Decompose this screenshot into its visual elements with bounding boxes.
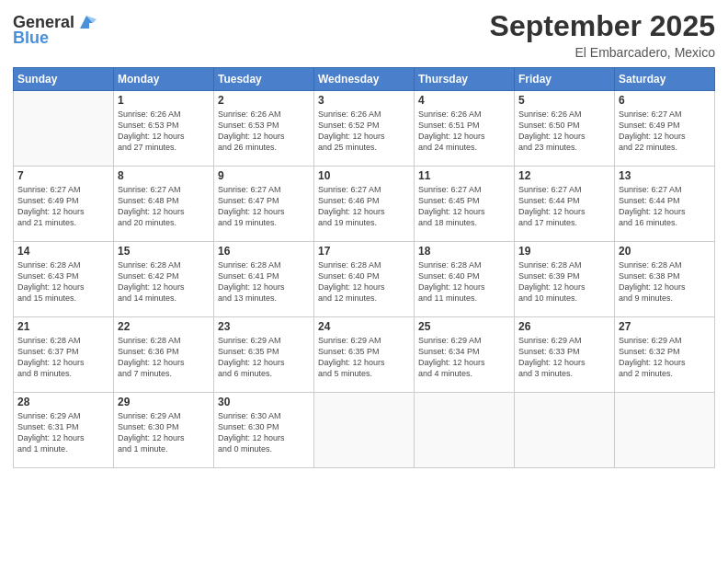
calendar-cell — [14, 91, 114, 167]
day-number: 18 — [418, 245, 510, 258]
calendar-cell: 30Sunrise: 6:30 AM Sunset: 6:30 PM Dayli… — [214, 393, 314, 468]
calendar-cell: 24Sunrise: 6:29 AM Sunset: 6:35 PM Dayli… — [314, 317, 415, 393]
calendar-cell: 12Sunrise: 6:27 AM Sunset: 6:44 PM Dayli… — [515, 167, 615, 242]
calendar-cell — [314, 393, 415, 468]
day-info: Sunrise: 6:28 AM Sunset: 6:40 PM Dayligh… — [318, 259, 410, 304]
calendar-week-row: 21Sunrise: 6:28 AM Sunset: 6:37 PM Dayli… — [14, 317, 715, 393]
calendar-cell: 27Sunrise: 6:29 AM Sunset: 6:32 PM Dayli… — [615, 317, 715, 393]
day-number: 6 — [619, 94, 711, 107]
day-info: Sunrise: 6:29 AM Sunset: 6:33 PM Dayligh… — [518, 335, 610, 380]
day-info: Sunrise: 6:28 AM Sunset: 6:42 PM Dayligh… — [118, 259, 210, 304]
day-number: 10 — [318, 169, 410, 182]
day-number: 4 — [418, 94, 510, 107]
day-number: 20 — [619, 245, 711, 258]
day-number: 28 — [17, 396, 109, 408]
calendar-cell: 25Sunrise: 6:29 AM Sunset: 6:34 PM Dayli… — [415, 317, 515, 393]
day-info: Sunrise: 6:27 AM Sunset: 6:48 PM Dayligh… — [118, 184, 210, 229]
day-number: 8 — [118, 169, 210, 182]
day-info: Sunrise: 6:30 AM Sunset: 6:30 PM Dayligh… — [218, 410, 310, 455]
calendar-cell: 17Sunrise: 6:28 AM Sunset: 6:40 PM Dayli… — [314, 242, 415, 317]
day-info: Sunrise: 6:29 AM Sunset: 6:35 PM Dayligh… — [218, 335, 310, 380]
logo-blue-text: Blue — [13, 29, 49, 48]
day-number: 24 — [318, 320, 410, 333]
calendar-cell: 6Sunrise: 6:27 AM Sunset: 6:49 PM Daylig… — [615, 91, 715, 167]
header: General Blue September 2025 El Embarcade… — [13, 9, 715, 60]
calendar-week-row: 7Sunrise: 6:27 AM Sunset: 6:49 PM Daylig… — [14, 167, 715, 242]
calendar-table: Sunday Monday Tuesday Wednesday Thursday… — [13, 67, 715, 468]
day-info: Sunrise: 6:26 AM Sunset: 6:51 PM Dayligh… — [418, 109, 510, 154]
day-number: 14 — [17, 245, 109, 258]
calendar-cell: 10Sunrise: 6:27 AM Sunset: 6:46 PM Dayli… — [314, 167, 415, 242]
day-info: Sunrise: 6:29 AM Sunset: 6:32 PM Dayligh… — [619, 335, 711, 380]
day-number: 27 — [619, 320, 711, 333]
day-info: Sunrise: 6:26 AM Sunset: 6:53 PM Dayligh… — [218, 109, 310, 154]
calendar-cell: 11Sunrise: 6:27 AM Sunset: 6:45 PM Dayli… — [415, 167, 515, 242]
logo: General Blue — [13, 13, 97, 48]
day-info: Sunrise: 6:29 AM Sunset: 6:34 PM Dayligh… — [418, 335, 510, 380]
calendar-cell: 19Sunrise: 6:28 AM Sunset: 6:39 PM Dayli… — [515, 242, 615, 317]
page: General Blue September 2025 El Embarcade… — [0, 0, 728, 563]
calendar-cell: 1Sunrise: 6:26 AM Sunset: 6:53 PM Daylig… — [114, 91, 214, 167]
day-number: 19 — [518, 245, 610, 258]
day-number: 7 — [17, 169, 109, 182]
logo-icon — [76, 12, 97, 32]
header-friday: Friday — [515, 68, 615, 91]
day-number: 13 — [619, 169, 711, 182]
day-info: Sunrise: 6:27 AM Sunset: 6:45 PM Dayligh… — [418, 184, 510, 229]
day-info: Sunrise: 6:27 AM Sunset: 6:46 PM Dayligh… — [318, 184, 410, 229]
day-number: 25 — [418, 320, 510, 333]
day-info: Sunrise: 6:29 AM Sunset: 6:30 PM Dayligh… — [118, 410, 210, 455]
header-saturday: Saturday — [615, 68, 715, 91]
day-number: 3 — [318, 94, 410, 107]
day-info: Sunrise: 6:28 AM Sunset: 6:41 PM Dayligh… — [218, 259, 310, 304]
calendar-cell: 14Sunrise: 6:28 AM Sunset: 6:43 PM Dayli… — [14, 242, 114, 317]
calendar-cell: 15Sunrise: 6:28 AM Sunset: 6:42 PM Dayli… — [114, 242, 214, 317]
location-subtitle: El Embarcadero, Mexico — [490, 45, 715, 60]
day-number: 26 — [518, 320, 610, 333]
day-info: Sunrise: 6:28 AM Sunset: 6:37 PM Dayligh… — [17, 335, 109, 380]
calendar-cell: 13Sunrise: 6:27 AM Sunset: 6:44 PM Dayli… — [615, 167, 715, 242]
day-number: 12 — [518, 169, 610, 182]
calendar-week-row: 14Sunrise: 6:28 AM Sunset: 6:43 PM Dayli… — [14, 242, 715, 317]
day-number: 29 — [118, 396, 210, 408]
header-monday: Monday — [114, 68, 214, 91]
day-info: Sunrise: 6:27 AM Sunset: 6:49 PM Dayligh… — [17, 184, 109, 229]
title-block: September 2025 El Embarcadero, Mexico — [490, 9, 715, 60]
calendar-cell: 18Sunrise: 6:28 AM Sunset: 6:40 PM Dayli… — [415, 242, 515, 317]
calendar-cell — [615, 393, 715, 468]
calendar-cell: 21Sunrise: 6:28 AM Sunset: 6:37 PM Dayli… — [14, 317, 114, 393]
day-number: 21 — [17, 320, 109, 333]
calendar-cell — [515, 393, 615, 468]
day-info: Sunrise: 6:26 AM Sunset: 6:50 PM Dayligh… — [518, 109, 610, 154]
day-info: Sunrise: 6:27 AM Sunset: 6:44 PM Dayligh… — [619, 184, 711, 229]
day-info: Sunrise: 6:27 AM Sunset: 6:44 PM Dayligh… — [518, 184, 610, 229]
day-info: Sunrise: 6:27 AM Sunset: 6:49 PM Dayligh… — [619, 109, 711, 154]
day-info: Sunrise: 6:26 AM Sunset: 6:53 PM Dayligh… — [118, 109, 210, 154]
day-number: 5 — [518, 94, 610, 107]
day-number: 15 — [118, 245, 210, 258]
calendar-cell: 8Sunrise: 6:27 AM Sunset: 6:48 PM Daylig… — [114, 167, 214, 242]
calendar-cell: 2Sunrise: 6:26 AM Sunset: 6:53 PM Daylig… — [214, 91, 314, 167]
calendar-cell: 22Sunrise: 6:28 AM Sunset: 6:36 PM Dayli… — [114, 317, 214, 393]
calendar-cell: 29Sunrise: 6:29 AM Sunset: 6:30 PM Dayli… — [114, 393, 214, 468]
calendar-cell: 9Sunrise: 6:27 AM Sunset: 6:47 PM Daylig… — [214, 167, 314, 242]
calendar-cell — [415, 393, 515, 468]
calendar-cell: 7Sunrise: 6:27 AM Sunset: 6:49 PM Daylig… — [14, 167, 114, 242]
day-info: Sunrise: 6:28 AM Sunset: 6:38 PM Dayligh… — [619, 259, 711, 304]
day-info: Sunrise: 6:29 AM Sunset: 6:35 PM Dayligh… — [318, 335, 410, 380]
day-info: Sunrise: 6:28 AM Sunset: 6:39 PM Dayligh… — [518, 259, 610, 304]
day-number: 2 — [218, 94, 310, 107]
calendar-week-row: 28Sunrise: 6:29 AM Sunset: 6:31 PM Dayli… — [14, 393, 715, 468]
calendar-cell: 5Sunrise: 6:26 AM Sunset: 6:50 PM Daylig… — [515, 91, 615, 167]
day-info: Sunrise: 6:28 AM Sunset: 6:36 PM Dayligh… — [118, 335, 210, 380]
month-title: September 2025 — [490, 9, 715, 43]
calendar-week-row: 1Sunrise: 6:26 AM Sunset: 6:53 PM Daylig… — [14, 91, 715, 167]
header-wednesday: Wednesday — [314, 68, 415, 91]
calendar-cell: 4Sunrise: 6:26 AM Sunset: 6:51 PM Daylig… — [415, 91, 515, 167]
header-thursday: Thursday — [415, 68, 515, 91]
calendar-cell: 28Sunrise: 6:29 AM Sunset: 6:31 PM Dayli… — [14, 393, 114, 468]
day-info: Sunrise: 6:29 AM Sunset: 6:31 PM Dayligh… — [17, 410, 109, 455]
day-number: 1 — [118, 94, 210, 107]
day-number: 30 — [218, 396, 310, 408]
day-number: 17 — [318, 245, 410, 258]
